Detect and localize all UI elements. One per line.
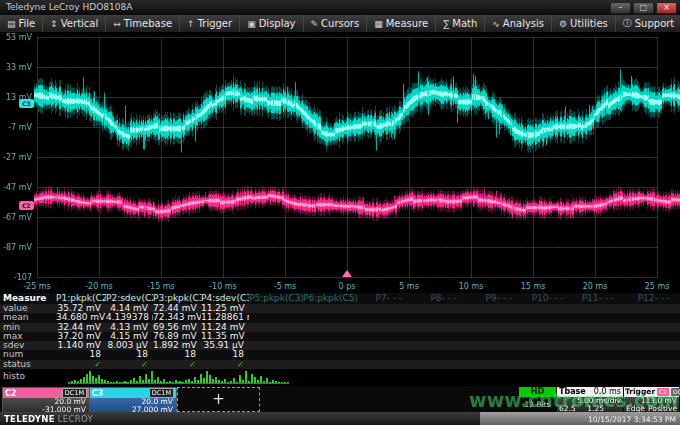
measure-cell: 35.72 mV xyxy=(56,304,106,313)
measure-col-header-p2[interactable]: P2:sdev(C2) xyxy=(106,293,153,304)
menu-item-trigger[interactable]: ↑Trigger xyxy=(179,15,239,32)
x-axis-label: -15 ms xyxy=(141,282,181,291)
channel-box-body: 20.0 mV-31.000 mV xyxy=(3,398,89,413)
y-axis-label: 53 mV xyxy=(0,33,32,42)
menu-item-measure[interactable]: ▦Measure xyxy=(366,15,435,32)
measure-cell: 32.44 mV xyxy=(56,323,106,332)
menu-item-label: Utilities xyxy=(570,18,608,29)
menu-item-timebase[interactable]: ↔Timebase xyxy=(105,15,179,32)
vertical-icon: ↕ xyxy=(50,19,58,29)
maximize-button[interactable]: □ xyxy=(633,2,654,14)
channel-box-c3[interactable]: C3DC1M20.0 mV27.000 mV xyxy=(89,387,177,414)
display-icon: ▣ xyxy=(247,19,256,29)
measure-cell xyxy=(517,360,569,369)
measure-cell: ✓ xyxy=(153,360,201,369)
title-bar: Teledyne LeCroy HDO8108A – □ × xyxy=(0,0,680,16)
measure-cell xyxy=(303,332,357,341)
measure-col-header-p6[interactable]: P6:pkpk(C5) xyxy=(303,293,357,304)
descriptor-strip: C2DC1M20.0 mV-31.000 mVC3DC1M20.0 mV27.0… xyxy=(0,386,680,413)
measure-cell xyxy=(462,350,517,359)
measure-cell xyxy=(249,341,303,350)
measure-icon: ▦ xyxy=(374,19,383,29)
row-label-min: min xyxy=(0,323,56,332)
x-axis-label: 10 ms xyxy=(451,282,491,291)
window-title: Teledyne LeCroy HDO8108A xyxy=(6,2,132,12)
histogram-p3 xyxy=(176,369,235,384)
measure-cell xyxy=(357,304,407,313)
measure-cell: 35.91 µV xyxy=(201,341,249,350)
y-axis-label: 33 mV xyxy=(0,63,32,72)
trigger-source-badge: C2 xyxy=(657,388,669,396)
menu-item-label: Analysis xyxy=(503,18,544,29)
measure-cell xyxy=(303,360,357,369)
measure-cell xyxy=(407,332,462,341)
trigger-coupling-badge: DC xyxy=(671,388,680,396)
measure-header-row: MeasureP1:pkpk(C2)P2:sdev(C2)P3:pkpk(C3)… xyxy=(0,293,680,304)
x-axis-label: 25 ms xyxy=(637,282,677,291)
x-axis-label: 15 ms xyxy=(513,282,553,291)
menu-item-analysis[interactable]: ∿Analysis xyxy=(484,15,551,32)
measure-cell: 18 xyxy=(201,350,249,359)
measure-col-header-p4[interactable]: P4:sdev(C3) xyxy=(201,293,249,304)
measure-table: MeasureP1:pkpk(C2)P2:sdev(C2)P3:pkpk(C3)… xyxy=(0,293,680,386)
trigger-slope: Positive xyxy=(648,405,677,413)
measure-row-num: num18181818 xyxy=(0,350,680,359)
close-button[interactable]: × xyxy=(656,2,677,14)
measure-cell xyxy=(619,304,675,313)
hd-label: HD xyxy=(519,387,556,397)
measure-cell xyxy=(569,332,619,341)
measure-cell xyxy=(569,341,619,350)
measure-cell xyxy=(407,341,462,350)
measure-cell: 72.44 mV xyxy=(153,304,201,313)
waveform-display: 53 mV33 mV13 mV-7 mV-27 mV-47 mV-67 mV-8… xyxy=(0,32,680,282)
cursors-icon: ✎ xyxy=(311,19,319,29)
channel-marker-c2[interactable]: C2 xyxy=(19,201,34,210)
timebase-box[interactable]: Tbase 0.0 ms 5.00 ms/div 62.5 MS 1.25 GS… xyxy=(557,387,623,412)
menu-item-cursors[interactable]: ✎Cursors xyxy=(303,15,367,32)
menu-item-utilities[interactable]: ⚙Utilities xyxy=(551,15,615,32)
add-channel-button[interactable]: + xyxy=(177,387,260,412)
math-icon: ∑ xyxy=(443,19,449,29)
measure-cell: ✓ xyxy=(106,360,153,369)
measure-col-header-p1[interactable]: P1:pkpk(C2) xyxy=(56,293,106,304)
measure-col-header-p5[interactable]: P5:pkpk(C3) xyxy=(249,293,303,304)
minimize-button[interactable]: – xyxy=(610,2,631,14)
analysis-icon: ∿ xyxy=(492,19,500,29)
measure-cell: 11.35 mV xyxy=(201,332,249,341)
x-axis-label: -5 ms xyxy=(265,282,305,291)
histogram-p2 xyxy=(124,369,183,384)
measure-cell xyxy=(249,304,303,313)
trigger-time-marker[interactable] xyxy=(342,270,352,277)
menu-item-label: Cursors xyxy=(321,18,359,29)
measure-cell xyxy=(303,323,357,332)
measure-cell xyxy=(249,360,303,369)
menu-item-display[interactable]: ▣Display xyxy=(239,15,302,32)
menu-item-support[interactable]: ⓘSupport xyxy=(615,15,680,32)
menu-item-vertical[interactable]: ↕Vertical xyxy=(42,15,105,32)
x-axis-label: 5 ms xyxy=(389,282,429,291)
timestamp: 10/15/2017 3:34:53 PM xyxy=(588,415,676,424)
tbase-samples: 62.5 MS xyxy=(559,405,587,413)
measure-cell xyxy=(303,341,357,350)
measure-cell xyxy=(249,332,303,341)
trigger-box[interactable]: Trigger C2 DC 113.0 mV Edge Positive xyxy=(624,387,679,412)
support-icon: ⓘ xyxy=(623,17,632,30)
channel-marker-c3[interactable]: C3 xyxy=(19,99,34,108)
menu-item-math[interactable]: ∑Math xyxy=(435,15,484,32)
measure-cell xyxy=(407,360,462,369)
measure-cell xyxy=(517,313,569,322)
measure-cell xyxy=(303,313,357,322)
menu-item-file[interactable]: ▤File xyxy=(0,15,42,32)
channel-box-c2[interactable]: C2DC1M20.0 mV-31.000 mV xyxy=(2,387,90,414)
measure-cell: 1.140 mV xyxy=(56,341,106,350)
row-label-value: value xyxy=(0,304,56,313)
measure-cell: 4.139378 mV xyxy=(106,313,153,322)
measure-cell xyxy=(517,332,569,341)
menu-item-label: Timebase xyxy=(124,18,172,29)
hd-mode-box[interactable]: HD 12 Bits xyxy=(519,387,556,412)
channel-name: C2 xyxy=(5,389,16,398)
measure-col-header-p3[interactable]: P3:pkpk(C3) xyxy=(153,293,201,304)
oscilloscope-app: Teledyne LeCroy HDO8108A – □ × ▤File↕Ver… xyxy=(0,0,680,425)
measure-cell: 76.89 mV xyxy=(153,332,201,341)
measure-cell xyxy=(462,304,517,313)
